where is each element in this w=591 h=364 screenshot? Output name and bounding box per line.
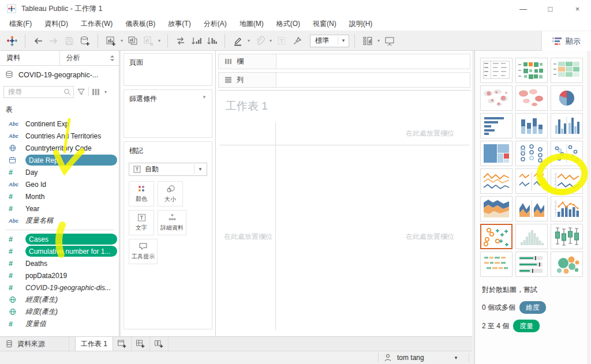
showme-filled-map[interactable] [515, 85, 548, 111]
marks-tooltip-button[interactable]: 工具提示 [129, 239, 158, 264]
field-countries-and-territories[interactable]: AbcCountries And Territories [0, 130, 119, 142]
duplicate-sheet-button[interactable] [125, 33, 140, 48]
field-latitude-generated[interactable]: 緯度(產生) [0, 306, 119, 318]
field-continent-exp[interactable]: AbcContinent Exp [0, 118, 119, 130]
marks-text-button[interactable]: 文字 [129, 210, 154, 235]
menu-window[interactable]: 視窗(N) [306, 19, 343, 29]
undo-button[interactable] [31, 33, 46, 48]
datasource-item[interactable]: COVID-19-geographic-... [0, 66, 119, 84]
scrollbar[interactable] [587, 51, 590, 364]
field-cumulative-number[interactable]: #Cumulative number for 1... [0, 245, 119, 257]
tab-analytics[interactable]: 分析 [59, 51, 119, 65]
redo-button[interactable] [46, 33, 61, 48]
showme-stacked-bars[interactable] [515, 113, 548, 138]
showme-box-and-whisker[interactable] [551, 224, 583, 249]
showme-packed-bubbles[interactable] [551, 252, 583, 277]
new-worksheet-caret-icon[interactable]: ▾ [119, 38, 125, 43]
showme-dual-combination[interactable] [551, 196, 583, 222]
tab-data[interactable]: 資料 [0, 51, 59, 65]
user-account-menu[interactable]: tom tang [384, 351, 424, 364]
mark-type-dropdown[interactable]: 自動 ▼ [129, 163, 207, 176]
field-geo-id[interactable]: AbcGeo Id [0, 178, 119, 190]
showme-side-by-side-bars[interactable] [551, 113, 583, 138]
showme-histogram[interactable] [515, 224, 548, 249]
showme-gantt[interactable] [480, 252, 513, 277]
marks-detail-button[interactable]: 詳細資料 [158, 210, 186, 235]
showme-lines-continuous[interactable] [480, 168, 513, 194]
new-story-tab-button[interactable] [150, 337, 169, 351]
fit-caret-icon[interactable]: ▼ [338, 36, 347, 45]
filter-fields-icon[interactable] [77, 88, 85, 96]
fit-dropdown[interactable]: 標準 ▼ [310, 35, 349, 47]
text-annotation-button[interactable] [274, 33, 289, 48]
showme-text-table[interactable] [480, 58, 513, 83]
field-longitude-generated[interactable]: 經度(產生) [0, 294, 119, 306]
showme-bullet-graph[interactable] [515, 252, 548, 277]
new-datasource-button[interactable] [77, 33, 92, 48]
field-cases[interactable]: #Cases [0, 233, 119, 245]
field-day[interactable]: #Day [0, 166, 119, 178]
presentation-mode-button[interactable] [382, 33, 397, 48]
view-as-grid-icon[interactable] [92, 88, 100, 96]
show-hide-cards-caret-icon[interactable]: ▾ [376, 38, 381, 43]
showme-dual-lines[interactable] [551, 168, 583, 194]
field-popdata2019[interactable]: #popData2019 [0, 269, 119, 282]
showme-scatter-plot[interactable] [480, 224, 513, 249]
showme-highlight-table[interactable] [551, 58, 583, 83]
sort-ascending-button[interactable] [189, 33, 204, 48]
showme-heat-map[interactable] [515, 58, 548, 83]
field-deaths[interactable]: #Deaths [0, 257, 119, 269]
marks-card[interactable]: 標記 自動 ▼ 顏色大小文字詳細資料工具提示 [124, 141, 212, 329]
menu-data[interactable]: 資料(D) [38, 19, 74, 29]
showme-circle-views[interactable] [515, 141, 548, 166]
menu-map[interactable]: 地圖(M) [233, 19, 270, 29]
filters-caret-icon[interactable]: ▼ [202, 95, 207, 100]
clear-sheet-caret-icon[interactable]: ▾ [156, 38, 162, 43]
clear-sheet-button[interactable] [141, 33, 156, 48]
menu-story[interactable]: 故事(T) [162, 19, 197, 29]
showme-side-by-side-circles[interactable] [551, 141, 583, 166]
menu-help[interactable]: 說明(H) [343, 19, 379, 29]
field-countryterritory-code[interactable]: Countryterritory Code [0, 142, 119, 154]
fix-axes-pin-button[interactable] [290, 33, 305, 48]
field-year[interactable]: #Year [0, 202, 119, 215]
rows-shelf[interactable]: 列 [218, 72, 470, 88]
menu-analysis[interactable]: 分析(A) [197, 19, 233, 29]
user-menu-caret-icon[interactable]: ▼ [454, 355, 458, 361]
maximize-button[interactable]: □ [537, 0, 564, 17]
swap-rows-columns-button[interactable] [173, 33, 188, 48]
marks-size-button[interactable]: 大小 [158, 181, 183, 207]
field-month[interactable]: #Month [0, 190, 119, 202]
worksheet-canvas[interactable]: 工作表 1 在此處放置欄位 在此處放置欄位 在此處放置欄位 [218, 90, 470, 332]
field-date-rep[interactable]: Date Rep [0, 154, 119, 166]
show-me-button[interactable]: 顯示 [541, 31, 591, 51]
mark-type-caret-icon[interactable]: ▼ [194, 164, 204, 174]
new-worksheet-button[interactable] [103, 33, 118, 48]
showme-area-continuous[interactable] [480, 196, 513, 222]
showme-area-discrete[interactable] [515, 196, 548, 222]
columns-shelf[interactable]: 欄 [218, 54, 470, 69]
pages-card[interactable]: 頁面 [124, 53, 212, 86]
attach-caret-icon[interactable]: ▾ [268, 38, 274, 43]
search-input[interactable]: 搜尋 [3, 86, 74, 98]
new-dashboard-tab-button[interactable] [132, 337, 150, 351]
sort-descending-button[interactable] [204, 33, 219, 48]
pane-expand-icon[interactable] [110, 55, 115, 62]
field-covid-19-geographic-count[interactable]: #COVID-19-geographic-dis... [0, 282, 119, 294]
tab-sheet1[interactable]: 工作表 1 [75, 337, 113, 351]
menu-file[interactable]: 檔案(F) [3, 19, 38, 29]
showme-lines-discrete[interactable] [515, 168, 548, 194]
showme-pie-chart[interactable] [551, 85, 583, 111]
minimize-button[interactable]: — [510, 0, 537, 17]
filters-card[interactable]: 篩選條件 ▼ [124, 89, 212, 138]
showme-symbol-map[interactable] [480, 85, 513, 111]
close-button[interactable]: × [564, 0, 591, 17]
tab-datasource[interactable]: 資料來源 [0, 337, 69, 351]
new-worksheet-tab-button[interactable] [113, 337, 132, 351]
attach-button[interactable] [252, 33, 267, 48]
menu-worksheet[interactable]: 工作表(W) [74, 19, 119, 29]
highlight-caret-icon[interactable]: ▾ [246, 38, 252, 43]
view-as-caret-icon[interactable]: ▾ [103, 89, 109, 95]
show-hide-cards-button[interactable] [360, 33, 375, 48]
field-measure-names[interactable]: Abc度量名稱 [0, 215, 119, 227]
